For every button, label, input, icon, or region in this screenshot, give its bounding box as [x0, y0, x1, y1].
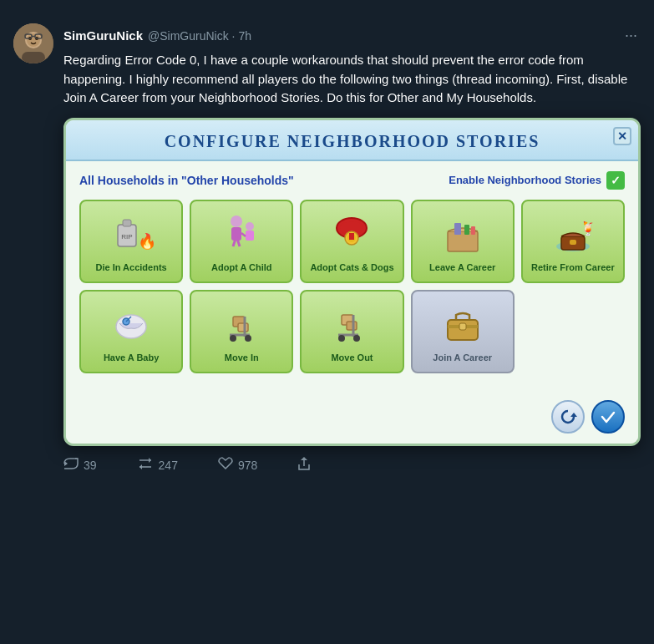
like-action[interactable]: 978	[218, 456, 257, 474]
dialog-title: Configure Neighborhood Stories	[79, 132, 625, 151]
leave-a-career-icon	[438, 208, 488, 258]
tweet: SimGuruNick @SimGuruNick · 7h ··· Regard…	[13, 13, 641, 484]
svg-text:🍹: 🍹	[580, 221, 596, 236]
have-a-baby-icon	[106, 298, 156, 348]
dialog-footer	[66, 393, 638, 444]
move-out-icon	[327, 298, 377, 348]
svg-rect-24	[349, 233, 354, 240]
retweet-count: 247	[159, 459, 178, 472]
like-count: 978	[238, 459, 257, 472]
dialog-header: Configure Neighborhood Stories ✕	[66, 120, 638, 161]
svg-line-19	[241, 233, 246, 236]
svg-point-17	[246, 222, 254, 231]
move-in-icon	[216, 298, 266, 348]
adopt-cats-dogs-icon	[327, 208, 377, 258]
join-a-career-icon	[438, 298, 488, 348]
svg-rect-3	[22, 52, 45, 63]
grid-item-join-a-career[interactable]: Join A Career	[411, 290, 515, 373]
grid-item-label: Move In	[225, 352, 259, 363]
reply-icon	[63, 457, 79, 474]
tweet-body: SimGuruNick @SimGuruNick · 7h ··· Regard…	[63, 23, 641, 474]
svg-rect-50	[459, 323, 466, 330]
dialog-content: All Households in "Other Households" Ena…	[66, 161, 638, 393]
handle-time: @SimGuruNick · 7h	[148, 29, 251, 43]
confirm-button[interactable]	[591, 400, 625, 434]
grid-items: RIP 🔥 Die In Accidents	[79, 200, 625, 373]
grid-item-label: Move Out	[331, 352, 373, 363]
svg-point-40	[230, 335, 236, 342]
grid-item-adopt-cats-dogs[interactable]: Adopt Cats & Dogs	[300, 200, 403, 283]
like-icon	[218, 457, 233, 474]
grid-item-label: Die In Accidents	[96, 261, 167, 273]
svg-rect-31	[570, 240, 576, 245]
svg-point-41	[245, 335, 251, 342]
grid-item-move-out[interactable]: Move Out	[300, 290, 403, 373]
svg-marker-55	[301, 457, 307, 460]
retweet-action[interactable]: 247	[137, 456, 178, 474]
svg-point-47	[353, 335, 360, 342]
display-name: SimGuruNick	[63, 28, 143, 43]
grid-item-label: Have A Baby	[104, 352, 159, 363]
reset-icon	[559, 408, 577, 426]
die-in-accidents-icon: RIP 🔥	[106, 208, 156, 258]
grid-item-have-a-baby[interactable]: Have A Baby	[79, 290, 183, 373]
close-button[interactable]: ✕	[613, 127, 631, 145]
households-label: All Households in "Other Households"	[79, 174, 294, 187]
households-header: All Households in "Other Households" Ena…	[79, 171, 625, 190]
svg-marker-52	[64, 461, 68, 466]
tweet-header: SimGuruNick @SimGuruNick · 7h ···	[63, 23, 641, 48]
share-icon	[297, 456, 311, 474]
svg-rect-10	[123, 220, 131, 226]
grid-item-label: Retire From Career	[531, 261, 615, 273]
reply-action[interactable]: 39	[63, 456, 97, 474]
retire-from-career-icon: 🍹	[548, 208, 598, 258]
enable-label: Enable Neighborhood Stories	[449, 174, 601, 186]
adopt-a-child-icon	[216, 208, 266, 258]
grid-item-retire-from-career[interactable]: 🍹 Retire From Career	[521, 200, 625, 283]
share-action[interactable]	[297, 456, 311, 474]
svg-point-46	[338, 335, 345, 342]
tweet-actions: 39 247 978	[63, 456, 641, 474]
retweet-icon	[137, 457, 154, 474]
svg-rect-27	[464, 225, 469, 235]
svg-rect-26	[454, 223, 461, 235]
svg-marker-54	[139, 464, 142, 469]
svg-rect-28	[471, 226, 475, 235]
reset-button[interactable]	[551, 400, 585, 434]
more-options-icon[interactable]: ···	[621, 23, 641, 48]
grid-item-adopt-a-child[interactable]: Adopt A Child	[190, 200, 293, 283]
svg-rect-18	[246, 231, 254, 241]
reply-count: 39	[84, 459, 97, 472]
grid-item-move-in[interactable]: Move In	[190, 290, 293, 373]
svg-rect-43	[347, 322, 357, 330]
grid-item-die-in-accidents[interactable]: RIP 🔥 Die In Accidents	[79, 200, 183, 283]
tweet-text: Regarding Error Code 0, I have a couple …	[63, 51, 641, 108]
svg-point-13	[231, 216, 242, 227]
svg-marker-51	[570, 413, 577, 417]
avatar	[13, 23, 53, 63]
svg-rect-37	[238, 323, 248, 332]
enable-toggle[interactable]: Enable Neighborhood Stories ✓	[449, 171, 625, 190]
grid-item-label: Join A Career	[433, 352, 492, 363]
confirm-icon	[599, 408, 617, 426]
svg-text:RIP: RIP	[121, 233, 132, 241]
svg-point-2	[27, 33, 40, 47]
svg-text:🔥: 🔥	[138, 232, 155, 251]
grid-item-label: Adopt A Child	[211, 261, 272, 273]
toggle-check-icon: ✓	[606, 171, 625, 190]
svg-marker-53	[149, 458, 151, 463]
grid-item-leave-a-career[interactable]: Leave A Career	[411, 200, 515, 283]
tweet-user-info: SimGuruNick @SimGuruNick · 7h	[63, 28, 251, 43]
grid-item-label: Adopt Cats & Dogs	[310, 261, 393, 273]
game-dialog: Configure Neighborhood Stories ✕ All Hou…	[63, 118, 641, 446]
grid-item-label: Leave A Career	[429, 261, 495, 273]
